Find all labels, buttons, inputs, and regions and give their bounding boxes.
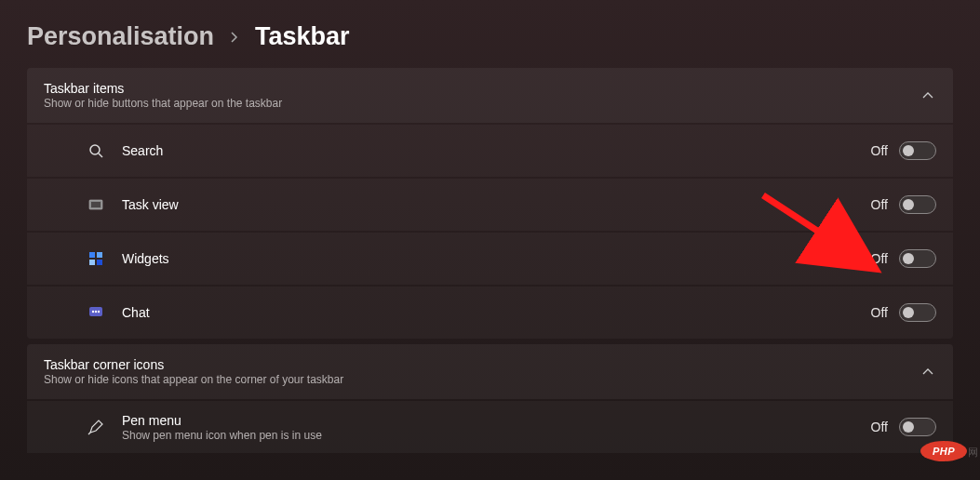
svg-rect-4 bbox=[89, 252, 95, 258]
svg-point-11 bbox=[98, 311, 100, 313]
row-label: Search bbox=[122, 143, 163, 158]
svg-point-0 bbox=[90, 145, 100, 154]
toggle-state-text: Off bbox=[871, 420, 888, 434]
toggle-state-text: Off bbox=[871, 251, 888, 266]
row-sublabel: Show pen menu icon when pen is in use bbox=[122, 429, 322, 442]
toggle-state-text: Off bbox=[871, 143, 888, 158]
section-title: Taskbar corner icons bbox=[44, 357, 343, 372]
widgets-toggle[interactable] bbox=[899, 249, 936, 268]
row-widgets: Widgets Off bbox=[27, 233, 953, 285]
row-label: Task view bbox=[122, 197, 179, 212]
task-view-icon bbox=[85, 197, 107, 212]
pen-menu-toggle[interactable] bbox=[899, 418, 936, 436]
breadcrumb-current: Taskbar bbox=[255, 22, 350, 51]
section-subtitle: Show or hide buttons that appear on the … bbox=[44, 97, 282, 110]
row-label: Widgets bbox=[122, 251, 169, 266]
search-icon bbox=[85, 143, 107, 158]
pen-icon bbox=[85, 419, 107, 435]
chevron-right-icon bbox=[229, 28, 240, 47]
svg-line-1 bbox=[99, 153, 102, 157]
toggle-state-text: Off bbox=[871, 305, 888, 320]
row-search: Search Off bbox=[27, 125, 953, 177]
svg-rect-3 bbox=[91, 202, 101, 207]
section-header-taskbar-items[interactable]: Taskbar items Show or hide buttons that … bbox=[27, 68, 953, 123]
toggle-state-text: Off bbox=[871, 197, 888, 212]
svg-rect-7 bbox=[97, 260, 102, 265]
svg-point-9 bbox=[92, 311, 94, 313]
search-toggle[interactable] bbox=[899, 141, 936, 160]
chat-icon bbox=[85, 305, 107, 320]
chevron-up-icon bbox=[920, 364, 936, 380]
section-title: Taskbar items bbox=[44, 81, 282, 96]
section-header-corner-icons[interactable]: Taskbar corner icons Show or hide icons … bbox=[27, 344, 953, 399]
svg-rect-5 bbox=[97, 252, 102, 258]
breadcrumb-parent[interactable]: Personalisation bbox=[27, 22, 214, 51]
breadcrumb: Personalisation Taskbar bbox=[0, 0, 980, 68]
section-subtitle: Show or hide icons that appear on the co… bbox=[44, 373, 343, 386]
row-label: Chat bbox=[122, 305, 150, 320]
row-label: Pen menu bbox=[122, 413, 322, 428]
row-pen-menu: Pen menu Show pen menu icon when pen is … bbox=[27, 401, 953, 453]
row-task-view: Task view Off bbox=[27, 179, 953, 231]
widgets-icon bbox=[85, 251, 107, 266]
task-view-toggle[interactable] bbox=[899, 195, 936, 214]
row-chat: Chat Off bbox=[27, 287, 953, 339]
chevron-up-icon bbox=[920, 87, 936, 104]
svg-rect-6 bbox=[89, 260, 95, 265]
chat-toggle[interactable] bbox=[899, 303, 936, 322]
svg-point-10 bbox=[95, 311, 97, 313]
